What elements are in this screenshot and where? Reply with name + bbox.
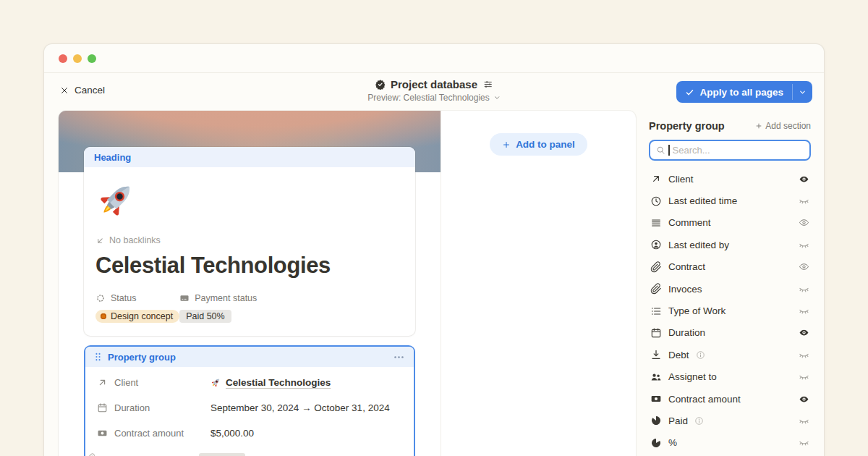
property-group-section[interactable]: Property group Client	[84, 345, 415, 456]
property-list-item[interactable]: Comment	[649, 212, 811, 234]
property-name: Type of Work	[668, 305, 726, 316]
property-value: Design concept	[111, 311, 173, 321]
property-list-item[interactable]: Debt	[649, 344, 811, 366]
property-list-item[interactable]: %	[649, 432, 811, 454]
apply-to-all-pages-button[interactable]: Apply to all pages	[676, 81, 812, 103]
visibility-toggle[interactable]	[799, 350, 809, 360]
visibility-toggle[interactable]	[799, 371, 809, 382]
page-icon-rocket[interactable]	[95, 179, 137, 221]
property-row: Client Celestial Technologies	[97, 370, 402, 395]
property-list-item[interactable]: Contract	[649, 256, 811, 278]
visibility-toggle[interactable]	[799, 217, 809, 228]
inline-property: Status Design concept	[95, 293, 179, 323]
apply-options-dropdown[interactable]	[793, 81, 812, 103]
add-section-label: Add section	[765, 121, 811, 131]
property-name: Contract	[668, 261, 705, 272]
property-value-pill: Design concept	[95, 310, 179, 323]
property-type-icon	[97, 428, 108, 439]
heading-section-body: No backlinks Celestial Technologies St	[84, 167, 415, 336]
property-label: Payment status	[195, 293, 257, 303]
property-value: Celestial Technologies	[210, 377, 331, 388]
visibility-toggle[interactable]	[799, 394, 809, 405]
property-list-item[interactable]: Client	[649, 168, 811, 190]
backlinks-label: No backlinks	[109, 235, 161, 245]
property-name: Last edited by	[668, 240, 729, 250]
apply-button-main[interactable]: Apply to all pages	[676, 81, 792, 103]
property-list-item[interactable]: Type of Work	[649, 300, 811, 321]
clipped-value-chip	[199, 453, 245, 456]
property-name: Invoces	[668, 284, 702, 295]
visibility-toggle[interactable]	[799, 195, 809, 206]
property-type-icon	[650, 371, 662, 383]
paperclip-icon	[85, 453, 96, 456]
property-group-sidebar: Property group Add section Client	[649, 120, 811, 454]
property-name: Contract amount	[668, 394, 741, 405]
property-list-item[interactable]: Last edited by	[649, 234, 811, 256]
zoom-window-button[interactable]	[88, 54, 96, 63]
property-type-icon	[650, 239, 662, 250]
layout-settings-icon[interactable]	[482, 79, 493, 90]
apply-button-label: Apply to all pages	[699, 87, 783, 98]
page-title: Celestial Technologies	[95, 253, 404, 279]
preview-selector[interactable]: Preview: Celestial Technologies	[367, 93, 501, 103]
verified-badge-icon	[375, 79, 386, 90]
property-group-header[interactable]: Property group	[85, 347, 414, 367]
add-section-button[interactable]: Add section	[755, 121, 811, 131]
more-options-icon[interactable]	[393, 351, 405, 363]
rocket-page-icon	[210, 377, 221, 388]
search-icon	[656, 145, 665, 155]
visibility-toggle[interactable]	[799, 305, 809, 316]
property-group-label: Property group	[108, 352, 176, 363]
property-type-icon	[179, 293, 190, 303]
property-type-icon	[650, 217, 662, 229]
minimize-window-button[interactable]	[73, 54, 82, 63]
property-type-icon	[650, 349, 662, 360]
close-window-button[interactable]	[59, 54, 67, 63]
visibility-toggle[interactable]	[799, 261, 809, 272]
heading-section-header[interactable]: Heading	[84, 147, 415, 167]
property-row: Duration September 30, 2024 → October 31…	[97, 395, 402, 421]
property-list-item[interactable]: Invoces	[649, 278, 811, 300]
property-value: $5,000.00	[210, 428, 254, 439]
property-list-item[interactable]: Assignet to	[649, 366, 811, 388]
visibility-toggle[interactable]	[799, 415, 809, 426]
add-to-panel-label: Add to panel	[516, 139, 575, 150]
layout-canvas: Heading No backlinks Celestial Technolog…	[44, 111, 824, 456]
info-icon	[694, 416, 704, 426]
visibility-toggle[interactable]	[799, 240, 809, 250]
add-to-panel-button[interactable]: Add to panel	[490, 133, 587, 156]
search-input[interactable]	[673, 145, 804, 156]
property-list-item[interactable]: Paid	[649, 410, 811, 431]
drag-handle-icon[interactable]	[94, 352, 102, 362]
property-search-box[interactable]	[649, 140, 811, 161]
property-value: September 30, 2024 → October 31, 2024	[210, 402, 390, 413]
chevron-down-icon	[799, 88, 807, 96]
page-preview-card: Heading No backlinks Celestial Technolog…	[59, 111, 636, 456]
property-name: Last edited time	[668, 195, 737, 206]
property-type-icon	[650, 305, 662, 317]
visibility-toggle[interactable]	[799, 437, 809, 448]
visibility-toggle[interactable]	[799, 284, 809, 295]
heading-section[interactable]: Heading No backlinks Celestial Technolog…	[84, 147, 415, 336]
property-type-icon	[95, 293, 106, 303]
editor-toolbar: Cancel Project database Preview: Celesti…	[44, 73, 824, 111]
visibility-toggle[interactable]	[799, 327, 809, 338]
property-name: %	[668, 437, 677, 448]
property-list-item[interactable]: Contract amount	[649, 388, 811, 410]
window-titlebar	[44, 44, 824, 73]
property-type-icon	[650, 261, 662, 273]
cancel-button[interactable]: Cancel	[60, 85, 105, 96]
property-list-item[interactable]: Last edited time	[649, 190, 811, 211]
property-name: Paid	[668, 415, 688, 426]
backlink-arrow-icon	[95, 236, 105, 245]
property-type-icon	[650, 283, 662, 295]
visibility-toggle[interactable]	[799, 174, 809, 185]
sidebar-title: Property group	[649, 120, 725, 132]
chevron-down-icon	[493, 94, 501, 101]
database-title-block: Project database Preview: Celestial Tech…	[367, 78, 501, 103]
property-type-icon	[650, 327, 662, 339]
property-list-item[interactable]: Duration	[649, 322, 811, 344]
cancel-label: Cancel	[75, 85, 105, 96]
property-name: Debt	[668, 350, 689, 360]
property-type-icon	[650, 393, 662, 405]
